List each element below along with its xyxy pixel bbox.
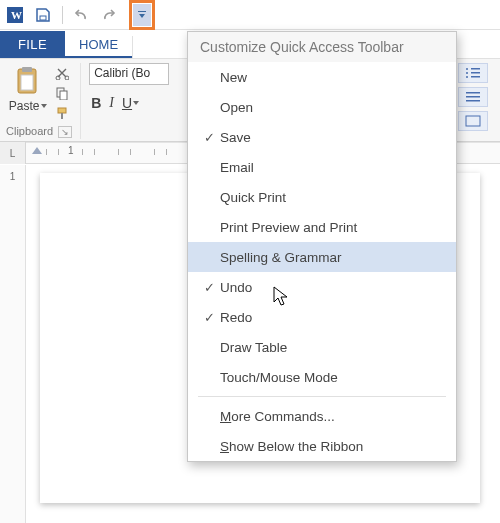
menu-item-draw-table[interactable]: Draw Table — [188, 332, 456, 362]
menu-item-new[interactable]: New — [188, 62, 456, 92]
svg-rect-11 — [61, 113, 63, 119]
svg-point-7 — [65, 76, 69, 80]
align-button[interactable] — [458, 87, 488, 107]
menu-item-label: Open — [220, 100, 444, 115]
font-name-combo[interactable]: Calibri (Bo — [89, 63, 169, 85]
menu-item-open[interactable]: Open — [188, 92, 456, 122]
svg-point-14 — [466, 72, 468, 74]
menu-item-label: Print Preview and Print — [220, 220, 444, 235]
menu-item-label: More Commands... — [220, 409, 444, 424]
qat-separator — [62, 6, 63, 24]
ruler-label: 1 — [68, 145, 74, 156]
menu-item-label: Spelling & Grammar — [220, 250, 444, 265]
menu-item-label: Save — [220, 130, 444, 145]
bullets-button[interactable] — [458, 63, 488, 83]
menu-item-save[interactable]: ✓ Save — [188, 122, 456, 152]
ruler-label: 1 — [10, 171, 16, 182]
copy-icon[interactable] — [53, 85, 71, 101]
menu-item-spelling-grammar[interactable]: Spelling & Grammar — [188, 242, 456, 272]
svg-rect-19 — [466, 96, 480, 98]
word-app-icon[interactable]: W — [4, 4, 26, 26]
tab-file[interactable]: FILE — [0, 31, 65, 58]
group-clipboard: Paste Clipboard ↘ — [6, 63, 81, 139]
redo-icon[interactable] — [99, 4, 121, 26]
indent-marker-icon[interactable] — [32, 147, 42, 154]
vertical-ruler[interactable]: 1 — [0, 165, 26, 523]
group-font: Calibri (Bo B I U — [89, 63, 177, 139]
menu-header: Customize Quick Access Toolbar — [188, 32, 456, 62]
svg-point-12 — [466, 68, 468, 70]
svg-rect-13 — [471, 68, 480, 70]
tab-divider — [132, 36, 133, 58]
format-painter-icon[interactable] — [53, 105, 71, 121]
menu-item-label: Show Below the Ribbon — [220, 439, 444, 454]
menu-item-redo[interactable]: ✓ Redo — [188, 302, 456, 332]
menu-item-show-below-ribbon[interactable]: Show Below the Ribbon — [188, 431, 456, 461]
check-icon: ✓ — [198, 130, 220, 145]
check-icon: ✓ — [198, 280, 220, 295]
save-icon[interactable] — [32, 4, 54, 26]
cut-icon[interactable] — [53, 65, 71, 81]
menu-item-undo[interactable]: ✓ Undo — [188, 272, 456, 302]
svg-rect-10 — [58, 108, 66, 113]
svg-rect-15 — [471, 72, 480, 74]
caret-down-icon — [41, 104, 47, 108]
menu-item-label: Email — [220, 160, 444, 175]
svg-rect-9 — [60, 91, 67, 100]
svg-rect-2 — [40, 16, 46, 20]
paste-button[interactable]: Paste — [7, 63, 50, 113]
group-clipboard-label: Clipboard — [6, 125, 53, 137]
menu-item-label: Touch/Mouse Mode — [220, 370, 444, 385]
menu-item-label: Quick Print — [220, 190, 444, 205]
menu-item-label: Draw Table — [220, 340, 444, 355]
svg-text:W: W — [11, 9, 22, 21]
svg-rect-5 — [21, 75, 33, 90]
menu-item-email[interactable]: Email — [188, 152, 456, 182]
italic-button[interactable]: I — [109, 95, 114, 111]
svg-rect-17 — [471, 76, 480, 78]
tab-home[interactable]: HOME — [65, 31, 132, 58]
quick-access-toolbar: W — [0, 0, 500, 30]
menu-item-print-preview[interactable]: Print Preview and Print — [188, 212, 456, 242]
qat-customize-menu: Customize Quick Access Toolbar New Open … — [187, 31, 457, 462]
menu-item-label: New — [220, 70, 444, 85]
border-button[interactable] — [458, 111, 488, 131]
svg-point-16 — [466, 76, 468, 78]
menu-item-quick-print[interactable]: Quick Print — [188, 182, 456, 212]
svg-rect-21 — [466, 116, 480, 126]
clipboard-icon — [14, 65, 42, 97]
svg-rect-18 — [466, 92, 480, 94]
caret-down-icon — [133, 101, 139, 105]
paste-label: Paste — [9, 99, 40, 113]
menu-item-more-commands[interactable]: More Commands... — [188, 401, 456, 431]
menu-item-label: Undo — [220, 280, 444, 295]
svg-rect-20 — [466, 100, 480, 102]
check-icon: ✓ — [198, 310, 220, 325]
qat-customize-dropdown[interactable] — [129, 0, 155, 30]
ruler-corner[interactable]: L — [0, 142, 26, 164]
menu-separator — [198, 396, 446, 397]
svg-rect-4 — [22, 67, 32, 72]
menu-item-touch-mouse[interactable]: Touch/Mouse Mode — [188, 362, 456, 392]
dialog-launcher-icon[interactable]: ↘ — [58, 126, 72, 138]
menu-item-label: Redo — [220, 310, 444, 325]
bold-button[interactable]: B — [91, 95, 101, 111]
group-paragraph-partial — [458, 63, 494, 139]
undo-icon[interactable] — [71, 4, 93, 26]
underline-button[interactable]: U — [122, 95, 139, 111]
